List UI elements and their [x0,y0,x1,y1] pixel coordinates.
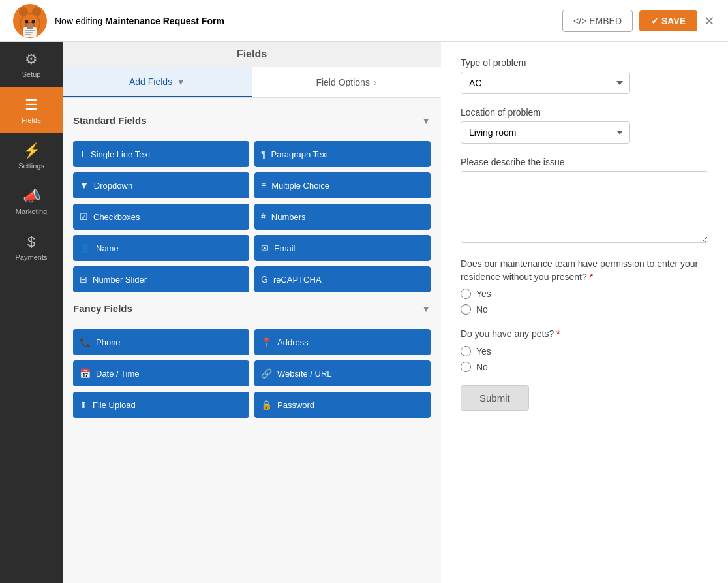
fancy-fields-grid: 📞 Phone 📍 Address 📅 Date / Time 🔗 Websit… [73,329,431,418]
pets-yes-label[interactable]: Yes [461,346,708,356]
permission-yes-radio[interactable] [461,289,471,299]
field-btn-website-url[interactable]: 🔗 Website / URL [254,360,431,386]
svg-point-7 [32,20,35,23]
field-btn-phone[interactable]: 📞 Phone [73,329,249,355]
field-btn-dropdown[interactable]: ▼ Dropdown [73,172,249,198]
multiple-choice-icon: ≡ [261,180,266,191]
field-btn-date-time[interactable]: 📅 Date / Time [73,360,249,386]
location-of-problem-label: Location of problem [461,107,708,118]
center-panel: Fields Add Fields ▼ Field Options › Stan… [63,42,441,583]
tab-field-options[interactable]: Field Options › [252,67,441,97]
permission-radio-group: Yes No [461,289,708,315]
pets-no-text: No [476,362,488,372]
field-btn-file-upload[interactable]: ⬆ File Upload [73,392,249,418]
sidebar-item-payments[interactable]: $ Payments [0,225,63,270]
main-content: ⚙ Setup ☰ Fields ⚡ Settings 📣 Marketing … [0,42,728,583]
save-button[interactable]: ✓ SAVE [639,10,697,31]
single-line-text-icon: T̲ [80,149,85,159]
sidebar-item-settings[interactable]: ⚡ Settings [0,133,63,179]
tab-field-options-label: Field Options [316,77,369,87]
permission-no-label[interactable]: No [461,304,708,315]
field-btn-multiple-choice[interactable]: ≡ Multiple Choice [254,172,431,198]
location-of-problem-select[interactable]: Living room Bedroom Kitchen Bathroom [461,121,630,144]
sidebar: ⚙ Setup ☰ Fields ⚡ Settings 📣 Marketing … [0,42,63,583]
payments-icon: $ [27,234,35,251]
sidebar-item-marketing[interactable]: 📣 Marketing [0,179,63,225]
address-icon: 📍 [261,337,272,347]
marketing-icon: 📣 [23,188,40,205]
chevron-down-icon: ▼ [176,76,185,87]
paragraph-text-icon: ¶ [261,149,266,159]
field-btn-password[interactable]: 🔒 Password [254,392,431,418]
location-of-problem-group: Location of problem Living room Bedroom … [461,107,708,144]
field-btn-recaptcha[interactable]: G reCAPTCHA [254,266,431,292]
number-slider-icon: ⊟ [80,274,87,285]
file-upload-icon: ⬆ [80,400,87,410]
permission-no-text: No [476,304,488,315]
type-of-problem-label: Type of problem [461,57,708,68]
numbers-icon: # [261,212,266,222]
pets-group: Do you have any pets? * Yes No [461,328,708,372]
field-btn-checkboxes[interactable]: ☑ Checkboxes [73,204,249,230]
field-btn-paragraph-text[interactable]: ¶ Paragraph Text [254,141,431,167]
fields-icon: ☰ [25,97,38,114]
standard-fields-section-header: Standard Fields ▼ [73,115,431,126]
svg-rect-10 [27,26,33,29]
fancy-fields-title: Fancy Fields [73,303,132,314]
settings-icon: ⚡ [23,142,40,159]
fancy-fields-section-header: Fancy Fields ▼ [73,303,431,314]
submit-group: Submit [461,385,708,411]
pets-required-star: * [556,328,560,339]
svg-rect-13 [25,34,31,35]
website-url-icon: 🔗 [261,368,272,379]
fancy-fields-chevron[interactable]: ▼ [421,304,431,314]
field-btn-address[interactable]: 📍 Address [254,329,431,355]
sidebar-item-setup[interactable]: ⚙ Setup [0,42,63,87]
date-time-icon: 📅 [80,368,91,379]
checkboxes-icon: ☑ [80,212,88,222]
phone-icon: 📞 [80,337,91,347]
field-btn-single-line-text[interactable]: T̲ Single Line Text [73,141,249,167]
permission-yes-label[interactable]: Yes [461,289,708,299]
embed-button[interactable]: </> EMBED [562,10,633,32]
standard-fields-grid: T̲ Single Line Text ¶ Paragraph Text ▼ D… [73,141,431,292]
pets-radio-group: Yes No [461,346,708,372]
sidebar-item-fields[interactable]: ☰ Fields [0,87,63,133]
pets-no-radio[interactable] [461,362,471,372]
dropdown-icon: ▼ [80,180,89,191]
topbar: Now editing Maintenance Request Form </>… [0,0,728,42]
tabs-bar: Add Fields ▼ Field Options › [63,67,441,98]
pets-yes-text: Yes [476,346,491,356]
setup-icon: ⚙ [25,51,38,68]
describe-issue-group: Please describe the issue [461,157,708,245]
describe-issue-label: Please describe the issue [461,157,708,167]
permission-label: Does our maintenance team have permissio… [461,258,708,283]
svg-point-6 [25,20,29,23]
describe-issue-textarea[interactable] [461,171,708,243]
topbar-left: Now editing Maintenance Request Form [13,4,224,38]
field-btn-name[interactable]: 👤 Name [73,235,249,261]
pets-yes-radio[interactable] [461,346,471,356]
fancy-fields-divider [73,321,431,321]
email-icon: ✉ [261,243,269,253]
type-of-problem-select[interactable]: AC Plumbing Electrical Other [461,72,630,94]
field-btn-number-slider[interactable]: ⊟ Number Slider [73,266,249,292]
type-of-problem-group: Type of problem AC Plumbing Electrical O… [461,57,708,94]
field-btn-email[interactable]: ✉ Email [254,235,431,261]
topbar-title: Now editing Maintenance Request Form [55,16,224,26]
sidebar-label-payments: Payments [16,253,48,261]
sidebar-label-setup: Setup [22,71,41,78]
topbar-right: </> EMBED ✓ SAVE ✕ [562,10,715,32]
pets-no-label[interactable]: No [461,362,708,372]
tab-add-fields[interactable]: Add Fields ▼ [63,67,252,97]
center-header: Fields [63,42,441,67]
sidebar-label-marketing: Marketing [16,208,47,215]
close-button[interactable]: ✕ [704,13,715,29]
tab-add-fields-label: Add Fields [129,76,172,87]
field-btn-numbers[interactable]: # Numbers [254,204,431,230]
permission-no-radio[interactable] [461,304,471,315]
standard-fields-chevron[interactable]: ▼ [421,116,431,126]
fields-panel-body[interactable]: Standard Fields ▼ T̲ Single Line Text ¶ … [63,98,441,583]
standard-fields-divider [73,133,431,133]
submit-button[interactable]: Submit [461,385,529,411]
